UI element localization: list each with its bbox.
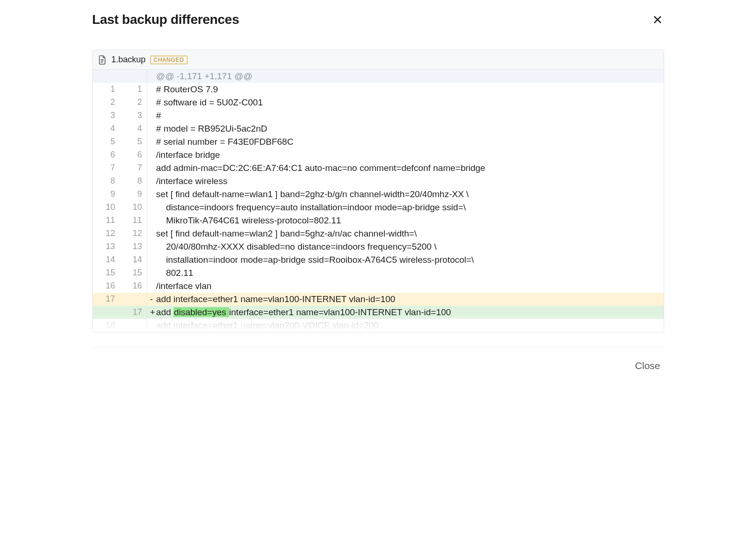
diff-row: 66/interface bridge [93, 148, 664, 162]
line-number-old: 11 [93, 214, 120, 227]
diff-row: 1010 distance=indoors frequency=auto ins… [93, 201, 664, 214]
diff-row: 33# [93, 109, 664, 122]
diff-row: 17+add disabled=yes interface=ether1 nam… [93, 306, 664, 319]
line-number-old: 10 [93, 201, 120, 214]
diff-code: 802.11 [156, 266, 663, 280]
line-number-old: 2 [93, 96, 120, 109]
diff-marker [147, 70, 157, 83]
diff-code: add interface=ether1 name=vlan100-INTERN… [156, 293, 663, 306]
line-number-old: 8 [93, 175, 120, 188]
line-number-old: 12 [93, 227, 120, 240]
line-number-new: 14 [120, 253, 147, 266]
line-number-old: 6 [93, 148, 120, 162]
diff-row: 1515 802.11 [93, 266, 664, 280]
diff-marker [147, 135, 157, 148]
modal-title: Last backup differences [92, 12, 240, 27]
diff-row: 1414 installation=indoor mode=ap-bridge … [93, 253, 664, 266]
diff-marker [147, 109, 157, 122]
diff-marker [147, 175, 157, 188]
diff-table: @@ -1,171 +1,171 @@11# RouterOS 7.922# s… [93, 70, 664, 332]
diff-marker: + [147, 306, 157, 319]
diff-code: # serial number = F43E0FDBF68C [156, 135, 663, 148]
diff-code: add disabled=yes interface=ether1 name=v… [156, 306, 663, 319]
diff-code: add interface=ether1 name=vlan200-VOICE … [156, 319, 663, 332]
diff-marker [147, 96, 157, 109]
modal-footer: Close [92, 348, 664, 373]
diff-code: # model = RB952Ui-5ac2nD [156, 122, 663, 135]
diff-row: 1111 MikroTik-A764C61 wireless-protocol=… [93, 214, 664, 227]
diff-marker: - [147, 293, 157, 306]
line-number-old: 9 [93, 188, 120, 201]
diff-highlight: disabled=yes [173, 307, 229, 317]
close-button[interactable]: Close [631, 358, 664, 373]
diff-marker [147, 188, 157, 201]
line-number-new: 3 [120, 109, 147, 122]
diff-code: /interface vlan [156, 280, 663, 293]
line-number-new: 5 [120, 135, 147, 148]
diff-row: 1212set [ find default-name=wlan2 ] band… [93, 227, 664, 240]
diff-row: 18add interface=ether1 name=vlan200-VOIC… [93, 319, 664, 332]
line-number-new: 6 [120, 148, 147, 162]
line-number-old: 5 [93, 135, 120, 148]
line-number-new: 10 [120, 201, 147, 214]
diff-code: set [ find default-name=wlan1 ] band=2gh… [156, 188, 663, 201]
diff-code: add admin-mac=DC:2C:6E:A7:64:C1 auto-mac… [156, 162, 663, 175]
line-number-new: 8 [120, 175, 147, 188]
diff-code: # software id = 5U0Z-C001 [156, 96, 663, 109]
line-number-new [120, 319, 147, 332]
diff-row: 55# serial number = F43E0FDBF68C [93, 135, 664, 148]
diff-code: set [ find default-name=wlan2 ] band=5gh… [156, 227, 663, 240]
line-number-old [93, 306, 120, 319]
line-number-new [120, 293, 147, 306]
line-number-new: 9 [120, 188, 147, 201]
diff-row: 88/interface wireless [93, 175, 664, 188]
diff-code: # RouterOS 7.9 [156, 83, 663, 96]
line-number-new: 11 [120, 214, 147, 227]
diff-row: 17-add interface=ether1 name=vlan100-INT… [93, 293, 664, 306]
file-icon [98, 55, 107, 65]
diff-code: MikroTik-A764C61 wireless-protocol=802.1… [156, 214, 663, 227]
line-number-new: 12 [120, 227, 147, 240]
diff-marker [147, 148, 157, 162]
diff-code: /interface bridge [156, 148, 663, 162]
diff-status-badge: CHANGED [150, 56, 187, 64]
diff-container: 1.backup CHANGED @@ -1,171 +1,171 @@11# … [92, 50, 664, 333]
line-number-old: 15 [93, 266, 120, 280]
diff-code: installation=indoor mode=ap-bridge ssid=… [156, 253, 663, 266]
diff-row: 1313 20/40/80mhz-XXXX disabled=no distan… [93, 240, 664, 253]
diff-code: distance=indoors frequency=auto installa… [156, 201, 663, 214]
close-icon[interactable] [651, 13, 664, 26]
diff-code: 20/40/80mhz-XXXX disabled=no distance=in… [156, 240, 663, 253]
line-number-new: 2 [120, 96, 147, 109]
diff-marker [147, 280, 157, 293]
line-number-new: 4 [120, 122, 147, 135]
diff-row: 44# model = RB952Ui-5ac2nD [93, 122, 664, 135]
diff-marker [147, 319, 157, 332]
diff-marker [147, 214, 157, 227]
line-number-old: 3 [93, 109, 120, 122]
diff-row: 77add admin-mac=DC:2C:6E:A7:64:C1 auto-m… [93, 162, 664, 175]
line-number-new: 1 [120, 83, 147, 96]
line-number-old: 17 [93, 293, 120, 306]
line-number-new: 16 [120, 280, 147, 293]
diff-code: # [156, 109, 663, 122]
diff-hunk-header: @@ -1,171 +1,171 @@ [93, 70, 664, 83]
diff-scroll-area[interactable]: @@ -1,171 +1,171 @@11# RouterOS 7.922# s… [93, 70, 664, 332]
diff-marker [147, 162, 157, 175]
diff-row: 11# RouterOS 7.9 [93, 83, 664, 96]
diff-row: 22# software id = 5U0Z-C001 [93, 96, 664, 109]
modal-header: Last backup differences [92, 12, 664, 27]
diff-marker [147, 266, 157, 280]
diff-marker [147, 83, 157, 96]
line-number-new [120, 70, 147, 83]
diff-marker [147, 227, 157, 240]
diff-hunk-text: @@ -1,171 +1,171 @@ [156, 70, 663, 83]
diff-row: 99set [ find default-name=wlan1 ] band=2… [93, 188, 664, 201]
line-number-old: 1 [93, 83, 120, 96]
line-number-old: 4 [93, 122, 120, 135]
line-number-new: 15 [120, 266, 147, 280]
diff-modal: Last backup differences 1.backup CHANGED… [78, 0, 678, 387]
line-number-old: 14 [93, 253, 120, 266]
diff-marker [147, 122, 157, 135]
line-number-old: 7 [93, 162, 120, 175]
